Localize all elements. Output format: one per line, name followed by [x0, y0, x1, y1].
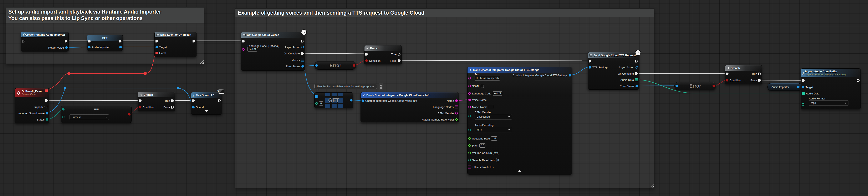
ssml-gender-pin[interactable]: [468, 115, 471, 117]
comment-resize-grip[interactable]: [200, 60, 204, 64]
exec-out-pin[interactable]: [301, 40, 304, 43]
status-pin[interactable]: [46, 118, 48, 121]
variable-out-pin[interactable]: [797, 86, 800, 88]
index-input[interactable]: 0: [319, 101, 323, 106]
exec-out-pin[interactable]: [65, 40, 68, 43]
exec-out-pin[interactable]: [857, 79, 860, 82]
node-get-google-cloud-voices[interactable]: Get Google Cloud Voices Language Code (O…: [241, 32, 305, 71]
exec-in-pin[interactable]: [88, 40, 91, 43]
audio-importer-out-pin[interactable]: [119, 46, 122, 48]
tts-settings-pin[interactable]: [589, 66, 591, 68]
error-status-pin[interactable]: [301, 65, 304, 67]
node-error-macro-2[interactable]: Error: [674, 82, 716, 90]
audio-format-dropdown[interactable]: mp3: [809, 100, 848, 106]
on-complete-exec-pin[interactable]: [301, 52, 304, 55]
exec-in-pin[interactable]: [365, 53, 368, 56]
exec-out-pin[interactable]: [119, 40, 122, 43]
model-name-input[interactable]: [489, 105, 494, 109]
reroute-node[interactable]: [177, 87, 179, 89]
exec-out-pin[interactable]: [192, 40, 195, 43]
target-pin[interactable]: [802, 86, 804, 88]
model-name-pin[interactable]: [468, 106, 471, 108]
node-branch-2[interactable]: Branch Condition True False: [364, 45, 402, 64]
exec-in-pin[interactable]: [802, 79, 805, 82]
async-action-pin[interactable]: [301, 46, 304, 48]
node-comment-bubble[interactable]: Use the first available voice for testin…: [314, 84, 377, 89]
bubble-pin-controls[interactable]: [379, 83, 383, 90]
wire-exec[interactable]: [762, 80, 801, 80]
node-onresult-custom-event[interactable]: OnResult_EventCustom Event Importer Impo…: [14, 88, 49, 123]
text-input[interactable]: Hi, this is my speech: [474, 76, 500, 81]
event-delegate-pin[interactable]: [45, 89, 48, 92]
language-code-input[interactable]: en-US: [493, 91, 502, 95]
node-set-audio-importer[interactable]: SET Audio Importer: [87, 35, 123, 51]
sample-rate-hertz-pin[interactable]: [468, 159, 471, 161]
equal-result-pin[interactable]: [128, 113, 130, 115]
collapse-node-chevron[interactable]: [518, 170, 521, 172]
reroute-node-delegate[interactable]: [144, 72, 147, 75]
node-send-google-cloud-tts-request[interactable]: Send Google Cloud TTS Request TTS Settin…: [588, 52, 639, 90]
error-status-pin[interactable]: [636, 85, 638, 87]
exec-in-pin[interactable]: [139, 100, 142, 102]
name-pin[interactable]: [455, 100, 458, 102]
audio-data-array-pin[interactable]: [635, 78, 638, 81]
tts-settings-out-pin[interactable]: [569, 74, 571, 77]
ssml-checkbox[interactable]: [480, 85, 484, 88]
voices-array-pin[interactable]: [301, 59, 304, 61]
comment-title[interactable]: Example of getting voices and then sendi…: [236, 8, 654, 17]
wire-enum[interactable]: [47, 109, 62, 119]
text-pin[interactable]: [468, 77, 471, 79]
audio-encoding-pin[interactable]: [468, 129, 471, 131]
comment-resize-grip[interactable]: [650, 184, 654, 188]
exec-out-pin[interactable]: [218, 100, 221, 102]
language-codes-array-pin[interactable]: [455, 106, 458, 108]
reroute-node[interactable]: [64, 87, 66, 89]
exec-in-pin[interactable]: [155, 40, 158, 43]
error-bool-out-pin[interactable]: [353, 64, 355, 67]
exec-in-pin[interactable]: [22, 40, 25, 43]
node-equal-enum[interactable]: == Success: [61, 106, 131, 123]
language-code-pin[interactable]: [242, 48, 245, 51]
volume-gain-db-pin[interactable]: [468, 151, 471, 154]
equal-input-a-pin[interactable]: [62, 108, 65, 111]
ssml-pin[interactable]: [468, 85, 471, 87]
speaking-rate-pin[interactable]: [468, 137, 471, 140]
true-exec-pin[interactable]: [171, 100, 174, 102]
node-branch-3[interactable]: Branch Condition True False: [725, 65, 762, 84]
exec-in-pin[interactable]: [726, 73, 729, 75]
false-exec-pin[interactable]: [171, 106, 174, 109]
speaking-rate-input[interactable]: 1.0: [491, 136, 497, 141]
true-exec-pin[interactable]: [758, 73, 761, 75]
error-bool-out-pin[interactable]: [713, 85, 715, 87]
effects-profile-ids-array-pin[interactable]: [468, 166, 471, 168]
event-delegate-pin[interactable]: [155, 52, 158, 54]
exec-in-pin[interactable]: [589, 60, 592, 62]
imported-sound-wave-pin[interactable]: [46, 112, 48, 114]
condition-pin[interactable]: [726, 79, 728, 82]
pitch-input[interactable]: 0.0: [479, 143, 486, 148]
audio-data-array-pin[interactable]: [802, 92, 805, 95]
async-action-pin[interactable]: [636, 66, 638, 68]
audio-format-pin[interactable]: [802, 103, 804, 106]
sample-rate-hertz-input[interactable]: 0: [496, 158, 500, 162]
on-complete-exec-pin[interactable]: [635, 72, 638, 75]
exec-in-pin[interactable]: [242, 40, 245, 43]
node-array-get[interactable]: GET 0: [314, 92, 353, 108]
volume-gain-db-input[interactable]: 0.0: [493, 151, 499, 155]
importer-pin[interactable]: [46, 106, 48, 108]
exec-in-pin[interactable]: [192, 100, 195, 102]
sound-pin[interactable]: [192, 106, 195, 108]
pitch-pin[interactable]: [468, 144, 471, 147]
node-play-sound-2d[interactable]: ƒPlay Sound 2D ϟ Sound: [191, 92, 222, 115]
node-error-macro-1[interactable]: Error: [314, 61, 356, 69]
comment-title[interactable]: Set up audio import and playback via Run…: [6, 7, 204, 23]
language-code-pin[interactable]: [468, 92, 471, 95]
true-exec-pin[interactable]: [398, 53, 401, 56]
target-pin[interactable]: [155, 46, 158, 48]
reroute-node-delegate[interactable]: [68, 72, 70, 75]
voice-info-in-pin[interactable]: [362, 100, 364, 102]
node-create-runtime-audio-importer[interactable]: ƒCreate Runtime Audio Importer Return Va…: [21, 32, 69, 52]
natural-sample-rate-hertz-pin[interactable]: [455, 118, 458, 121]
return-value-pin[interactable]: [65, 46, 68, 49]
condition-pin[interactable]: [365, 59, 368, 62]
